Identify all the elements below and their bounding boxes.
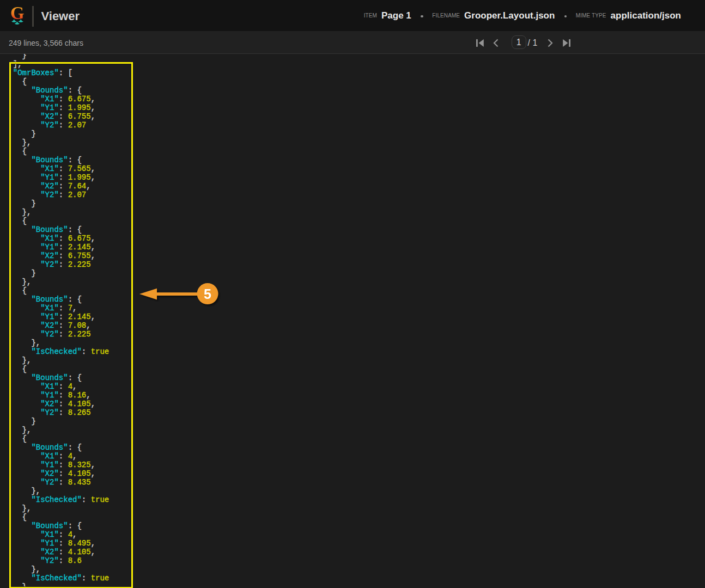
svg-text:5: 5 xyxy=(204,286,211,302)
